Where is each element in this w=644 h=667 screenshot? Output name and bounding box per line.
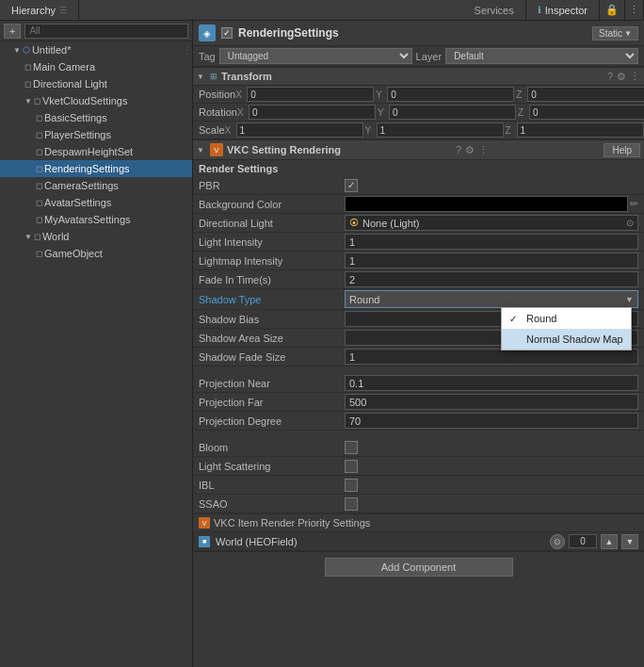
hierarchy-item-camera-settings[interactable]: ◻ CameraSettings (0, 177, 192, 194)
help-button[interactable]: Help (604, 143, 640, 157)
component-top-bar: ◈ ✓ RenderingSettings Static ▼ (193, 21, 644, 46)
scale-y-input[interactable] (377, 122, 504, 138)
dropdown-item-normal-shadow-map[interactable]: Normal Shadow Map (502, 329, 631, 350)
ibl-checkbox[interactable] (345, 479, 358, 492)
shadow-fade-size-input[interactable] (345, 349, 638, 365)
hierarchy-tree: ▼ ⬡ Untitled* ⋮ ◻ Main Camera ◻ Directio… (0, 41, 192, 667)
hierarchy-item-player-settings[interactable]: ◻ PlayerSettings (0, 126, 192, 143)
static-button[interactable]: Static ▼ (592, 26, 638, 41)
add-object-button[interactable]: + (4, 24, 21, 39)
transform-icon: ⊞ (210, 72, 217, 81)
bloom-checkbox[interactable] (345, 441, 358, 454)
rotation-y-input[interactable] (389, 105, 516, 120)
hierarchy-item-basic-settings[interactable]: ◻ BasicSettings (0, 109, 192, 126)
projection-far-row: Projection Far (193, 393, 644, 412)
go-icon: ◻ (36, 130, 42, 139)
light-intensity-input[interactable] (345, 234, 638, 250)
world-down-button[interactable]: ▼ (621, 534, 638, 549)
world-up-button[interactable]: ▲ (601, 534, 618, 549)
projection-degree-input[interactable] (345, 413, 638, 429)
field-picker-icon[interactable]: ⊙ (626, 218, 634, 228)
hierarchy-search-input[interactable] (24, 24, 188, 39)
hierarchy-menu-icon[interactable]: ☰ (59, 6, 67, 15)
tag-layer-row: Tag Untagged Layer Default (193, 46, 644, 67)
projection-far-input[interactable] (345, 394, 638, 410)
shadow-area-size-label: Shadow Area Size (199, 333, 345, 344)
hierarchy-item-despawn-height-set[interactable]: ◻ DespawnHeightSet (0, 143, 192, 160)
question-icon[interactable]: ? (607, 71, 613, 82)
menu-icon[interactable]: ⋮ (478, 144, 489, 156)
fade-in-time-input[interactable] (345, 271, 638, 287)
transform-position-row: Position X Y Z (193, 86, 644, 104)
component-icon: ◈ (199, 24, 216, 41)
inspector-menu-icon[interactable]: ⋮ (625, 0, 644, 20)
hierarchy-item-game-object[interactable]: ◻ GameObject (0, 245, 192, 262)
expand-icon: ▼ (24, 97, 32, 106)
go-icon: ◻ (34, 232, 40, 241)
tag-select[interactable]: Untagged (219, 48, 412, 64)
menu-icon[interactable]: ⋮ (630, 71, 640, 83)
scale-z-input[interactable] (517, 122, 644, 138)
color-edit-icon[interactable]: ✏ (630, 198, 638, 210)
component-active-checkbox[interactable]: ✓ (221, 27, 233, 39)
go-icon: ◻ (34, 96, 40, 106)
projection-degree-row: Projection Degree (193, 412, 644, 431)
projection-degree-label: Projection Degree (199, 415, 345, 427)
position-y-input[interactable] (387, 87, 514, 102)
projection-near-input[interactable] (345, 375, 638, 391)
static-arrow-icon: ▼ (624, 29, 632, 38)
pbr-label: PBR (199, 180, 345, 191)
dropdown-arrow-icon: ▼ (625, 295, 634, 304)
inspector-lock-icon[interactable]: 🔒 (600, 0, 625, 20)
dropdown-item-round[interactable]: ✓ Round (502, 308, 631, 329)
go-icon: ◻ (36, 249, 42, 258)
lightmap-intensity-input[interactable] (345, 252, 638, 268)
go-icon: ◻ (36, 215, 42, 224)
tab-hierarchy[interactable]: Hierarchy ☰ (0, 0, 79, 20)
world-circle-button[interactable]: ⊙ (550, 534, 565, 549)
light-scattering-checkbox[interactable] (345, 460, 358, 473)
go-icon: ◻ (36, 147, 42, 156)
hierarchy-panel: + ▼ ⬡ Untitled* ⋮ ◻ Main Camera ◻ Direct… (0, 21, 193, 667)
hierarchy-item-main-camera[interactable]: ◻ Main Camera (0, 58, 192, 75)
vkc-icon: V (210, 143, 223, 156)
tab-inspector[interactable]: ℹ Inspector (526, 0, 600, 20)
hierarchy-item-directional-light[interactable]: ◻ Directional Light (0, 75, 192, 92)
transform-rotation-row: Rotation X Y Z (193, 104, 644, 122)
hierarchy-item-vket-cloud-settings[interactable]: ▼ ◻ VketCloudSettings (0, 92, 192, 109)
layer-select[interactable]: Default (445, 48, 638, 64)
hierarchy-item-avatar-settings[interactable]: ◻ AvatarSettings (0, 194, 192, 211)
pbr-checkbox[interactable]: ✓ (345, 179, 358, 192)
transform-section-header[interactable]: ▼ ⊞ Transform ? ⚙ ⋮ (193, 67, 644, 86)
lightmap-intensity-row: Lightmap Intensity (193, 252, 644, 270)
position-x-input[interactable] (247, 87, 374, 102)
expand-icon: ▼ (197, 73, 204, 81)
go-icon: ◻ (36, 198, 42, 207)
ssao-checkbox[interactable] (345, 497, 358, 511)
position-z-input[interactable] (527, 87, 644, 102)
tab-services[interactable]: Services (463, 0, 526, 20)
projection-near-label: Projection Near (199, 378, 345, 389)
go-icon: ◻ (36, 164, 42, 173)
scale-x-input[interactable] (236, 122, 363, 138)
question-icon[interactable]: ? (456, 144, 461, 155)
vkc-section-header[interactable]: ▼ V VKC Setting Rendering ? ⚙ ⋮ Help (193, 139, 644, 160)
hierarchy-item-world[interactable]: ▼ ◻ World (0, 228, 192, 245)
rotation-x-input[interactable] (249, 105, 376, 120)
light-scattering-label: Light Scattering (199, 461, 345, 472)
background-color-row: Background Color ✏ (193, 195, 644, 214)
inspector-content: ◈ ✓ RenderingSettings Static ▼ Tag Untag… (193, 21, 644, 667)
light-dot-icon: ⦿ (349, 218, 359, 228)
settings-icon[interactable]: ⚙ (465, 144, 475, 156)
hierarchy-item-my-avatars-settings[interactable]: ◻ MyAvatarsSettings (0, 211, 192, 228)
untitled-menu-icon[interactable]: ⋮ (183, 45, 192, 56)
directional-light-field[interactable]: ⦿ None (Light) ⊙ (345, 215, 638, 231)
hierarchy-item-rendering-settings[interactable]: ◻ RenderingSettings (0, 160, 192, 177)
settings-icon[interactable]: ⚙ (617, 71, 626, 83)
hierarchy-item-untitled[interactable]: ▼ ⬡ Untitled* ⋮ (0, 41, 192, 58)
world-num-input[interactable] (569, 534, 597, 548)
shadow-type-dropdown[interactable]: Round ▼ ✓ Round Normal Shadow Map (345, 290, 638, 308)
background-color-field[interactable] (345, 196, 628, 212)
add-component-button[interactable]: Add Component (325, 558, 513, 577)
rotation-z-input[interactable] (529, 105, 644, 120)
